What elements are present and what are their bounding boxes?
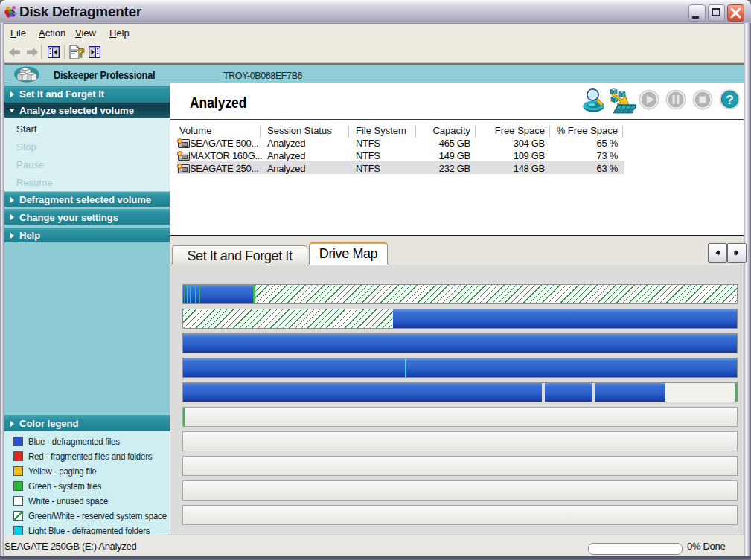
svg-text:?: ?	[726, 92, 734, 107]
svg-text:?: ?	[77, 46, 85, 59]
